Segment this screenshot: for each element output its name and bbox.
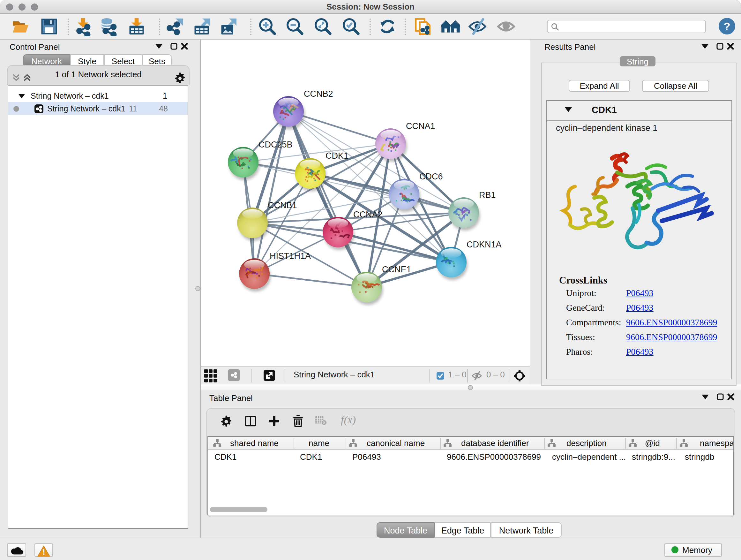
svg-text:CDK1: CDK1 (326, 151, 348, 161)
svg-text:CCNB1: CCNB1 (268, 200, 297, 210)
svg-text:CDC25B: CDC25B (259, 140, 293, 149)
svg-text:HIST1H1A: HIST1H1A (270, 251, 311, 261)
svg-text:CCNE1: CCNE1 (382, 265, 411, 274)
svg-text:RB1: RB1 (479, 190, 496, 200)
svg-text:CDC6: CDC6 (419, 172, 443, 181)
svg-text:CDKN1A: CDKN1A (467, 240, 502, 249)
svg-text:CCNA2: CCNA2 (353, 210, 383, 219)
svg-text:CCNA1: CCNA1 (406, 121, 435, 131)
svg-text:CCNB2: CCNB2 (304, 89, 333, 99)
